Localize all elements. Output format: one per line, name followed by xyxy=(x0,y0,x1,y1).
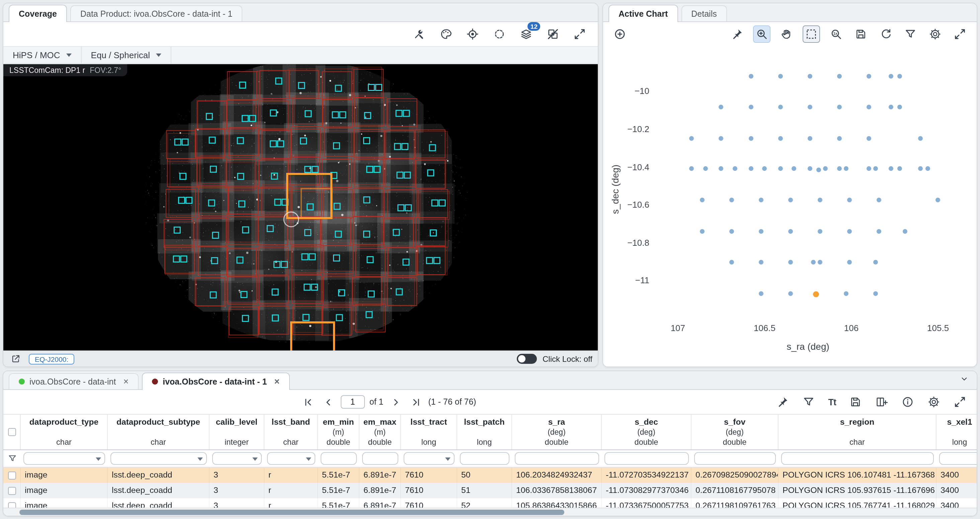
scatter-point[interactable] xyxy=(918,136,923,141)
page-number-input[interactable] xyxy=(341,395,365,409)
scatter-point[interactable] xyxy=(847,260,852,265)
row-checkbox[interactable] xyxy=(8,502,16,508)
column-filter-em_min[interactable] xyxy=(321,452,357,465)
column-filter-s_region[interactable] xyxy=(781,452,934,465)
column-header-s_fov[interactable]: s_fov(deg)double xyxy=(692,415,778,449)
scatter-point[interactable] xyxy=(847,198,852,202)
table-row[interactable]: imagelsst.deep_coadd3r5.51e-76.891e-7761… xyxy=(3,468,977,483)
column-filter-dataproduct_type[interactable] xyxy=(24,452,105,465)
column-header-lsst_patch[interactable]: lsst_patchlong xyxy=(457,415,512,449)
column-header-em_min[interactable]: em_min(m)double xyxy=(318,415,360,449)
expand-coverage-icon[interactable] xyxy=(571,25,589,43)
scatter-point[interactable] xyxy=(873,167,878,171)
scatter-point[interactable] xyxy=(823,167,828,171)
scatter-point[interactable] xyxy=(700,229,705,234)
scatter-point[interactable] xyxy=(877,198,881,202)
scatter-point[interactable] xyxy=(847,229,852,234)
prev-page-button[interactable] xyxy=(321,394,336,409)
plot-area[interactable]: 107106.5106105.5−10−10.2−10.4−10.6−10.8−… xyxy=(655,61,961,318)
horizontal-scrollbar[interactable] xyxy=(3,508,977,516)
tab-data-product[interactable]: Data Product: ivoa.ObsCore - data-int - … xyxy=(70,5,242,21)
layers-icon[interactable]: 12 xyxy=(517,25,535,43)
column-filter-lsst_patch[interactable] xyxy=(460,452,509,465)
scatter-point[interactable] xyxy=(837,105,842,110)
scatter-point[interactable] xyxy=(748,136,753,141)
zoom-original-icon[interactable] xyxy=(827,25,845,43)
scatter-point[interactable] xyxy=(748,73,753,78)
overlays-off-icon[interactable] xyxy=(544,25,562,43)
column-header-s_xel1[interactable]: s_xel1long xyxy=(937,415,977,449)
scatter-point[interactable] xyxy=(873,260,878,265)
save-chart-icon[interactable] xyxy=(852,25,870,43)
scatter-point[interactable] xyxy=(889,105,894,110)
click-lock-toggle[interactable] xyxy=(517,354,536,364)
column-header-s_dec[interactable]: s_dec(deg)double xyxy=(602,415,692,449)
column-filter-calib_level[interactable] xyxy=(212,452,262,465)
scatter-point[interactable] xyxy=(788,229,793,234)
scatter-point[interactable] xyxy=(762,167,767,171)
scatter-point[interactable] xyxy=(918,167,923,171)
expand-table-icon[interactable] xyxy=(951,393,969,411)
pin-table-icon[interactable] xyxy=(774,393,792,411)
expand-chart-icon[interactable] xyxy=(951,25,969,43)
scatter-point[interactable] xyxy=(788,198,793,202)
selected-scatter-point[interactable] xyxy=(813,291,819,297)
select-region-icon[interactable] xyxy=(491,25,508,43)
scatter-point[interactable] xyxy=(689,167,694,171)
pin-chart-icon[interactable] xyxy=(728,25,746,43)
column-filter-lsst_band[interactable] xyxy=(267,452,315,465)
scatter-point[interactable] xyxy=(778,105,783,110)
row-checkbox[interactable] xyxy=(8,487,16,495)
column-header-s_ra[interactable]: s_ra(deg)double xyxy=(512,415,602,449)
add-column-icon[interactable] xyxy=(873,393,890,411)
scatter-point[interactable] xyxy=(816,168,821,172)
coord-system-badge[interactable]: EQ-J2000: xyxy=(29,354,74,364)
chevron-down-icon[interactable] xyxy=(957,372,971,386)
pan-icon[interactable] xyxy=(778,25,795,43)
scatter-point[interactable] xyxy=(811,260,816,265)
scatter-point[interactable] xyxy=(703,167,708,171)
scatter-point[interactable] xyxy=(818,260,822,265)
scatter-point[interactable] xyxy=(866,105,871,110)
scatter-chart[interactable]: s_dec (deg) s_ra (deg) 107106.5106105.5−… xyxy=(603,46,977,367)
column-header-lsst_tract[interactable]: lsst_tractlong xyxy=(401,415,457,449)
column-filter-s_dec[interactable] xyxy=(605,452,689,465)
scatter-point[interactable] xyxy=(792,167,797,171)
scatter-point[interactable] xyxy=(903,229,907,234)
scatter-point[interactable] xyxy=(837,73,842,78)
scatter-point[interactable] xyxy=(778,136,783,141)
column-header-dataproduct_type[interactable]: dataproduct_typechar xyxy=(21,415,108,449)
scatter-point[interactable] xyxy=(889,167,894,171)
scatter-point[interactable] xyxy=(837,136,842,141)
next-page-button[interactable] xyxy=(388,394,404,409)
scatter-point[interactable] xyxy=(733,167,737,171)
scatter-point[interactable] xyxy=(759,291,764,296)
scatter-point[interactable] xyxy=(877,229,881,234)
table-row[interactable]: imagelsst.deep_coadd3r5.51e-76.891e-7761… xyxy=(3,498,977,508)
scatter-point[interactable] xyxy=(807,136,812,141)
column-header-em_max[interactable]: em_max(m)double xyxy=(360,415,401,449)
column-header-dataproduct_subtype[interactable]: dataproduct_subtypechar xyxy=(108,415,210,449)
save-table-icon[interactable] xyxy=(847,393,864,411)
tools-icon[interactable] xyxy=(410,25,428,43)
column-header-calib_level[interactable]: calib_levelinteger xyxy=(210,415,264,449)
box-select-icon[interactable] xyxy=(803,25,820,43)
scatter-point[interactable] xyxy=(807,73,812,78)
scatter-point[interactable] xyxy=(719,136,724,141)
scatter-point[interactable] xyxy=(866,136,871,141)
scatter-point[interactable] xyxy=(778,167,783,171)
scatter-point[interactable] xyxy=(748,167,753,171)
scatter-point[interactable] xyxy=(788,260,793,265)
scatter-point[interactable] xyxy=(729,198,734,202)
column-filter-s_ra[interactable] xyxy=(515,452,599,465)
scatter-point[interactable] xyxy=(759,198,764,202)
scatter-point[interactable] xyxy=(759,229,764,234)
scatter-point[interactable] xyxy=(807,105,812,110)
scatter-point[interactable] xyxy=(866,167,871,171)
table-row[interactable]: imagelsst.deep_coadd3r5.51e-76.891e-7761… xyxy=(3,483,977,498)
row-checkbox[interactable] xyxy=(8,471,16,479)
scatter-point[interactable] xyxy=(759,260,764,265)
close-tab-icon[interactable]: × xyxy=(123,377,129,386)
table-info-icon[interactable] xyxy=(899,393,916,411)
color-palette-icon[interactable] xyxy=(437,25,455,43)
